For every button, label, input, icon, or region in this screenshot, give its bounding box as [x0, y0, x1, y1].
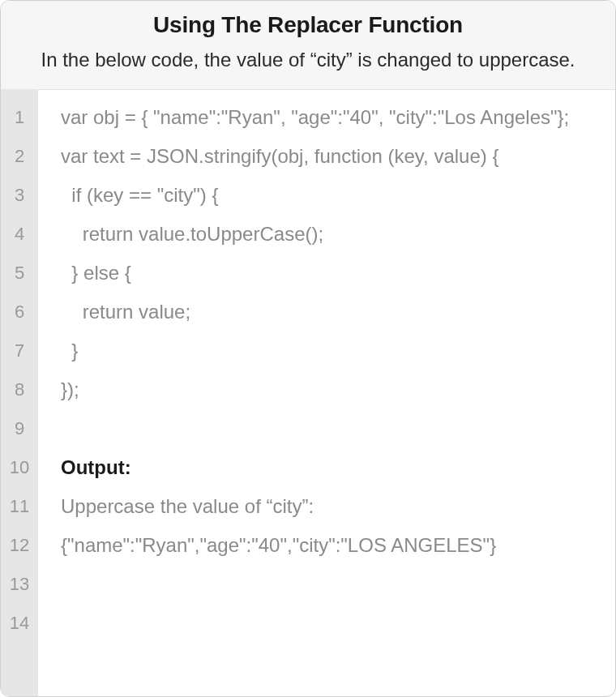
code-line: } else {	[61, 254, 599, 293]
code-line: {"name":"Ryan","age":"40","city":"LOS AN…	[61, 526, 599, 565]
code-line: return value.toUpperCase();	[61, 215, 599, 254]
card-header: Using The Replacer Function In the below…	[1, 1, 615, 90]
line-number-gutter: 1234567891011121314	[1, 90, 38, 696]
line-number: 3	[1, 176, 38, 215]
header-title: Using The Replacer Function	[17, 12, 599, 38]
line-number: 6	[1, 293, 38, 331]
line-number: 14	[1, 604, 38, 643]
code-area: 1234567891011121314 var obj = { "name":"…	[1, 90, 615, 696]
code-line: }	[61, 331, 599, 370]
line-number: 4	[1, 215, 38, 254]
line-number: 9	[1, 409, 38, 448]
code-line	[61, 604, 599, 643]
line-number: 7	[1, 331, 38, 370]
code-line: Uppercase the value of “city”:	[61, 487, 599, 526]
line-number: 8	[1, 370, 38, 409]
code-line: });	[61, 370, 599, 409]
line-number: 1	[1, 98, 38, 137]
line-number: 13	[1, 565, 38, 604]
code-line: var text = JSON.stringify(obj, function …	[61, 137, 599, 176]
code-line: if (key == "city") {	[61, 176, 599, 215]
code-line: return value;	[61, 293, 599, 331]
line-number: 11	[1, 487, 38, 526]
line-number: 10	[1, 448, 38, 487]
line-number: 12	[1, 526, 38, 565]
code-line	[61, 565, 599, 604]
output-label: Output:	[61, 448, 599, 487]
code-content: var obj = { "name":"Ryan", "age":"40", "…	[38, 90, 615, 696]
header-subtitle: In the below code, the value of “city” i…	[17, 45, 599, 75]
code-card: Using The Replacer Function In the below…	[0, 0, 616, 697]
code-line	[61, 409, 599, 448]
line-number: 2	[1, 137, 38, 176]
line-number: 5	[1, 254, 38, 293]
code-line: var obj = { "name":"Ryan", "age":"40", "…	[61, 98, 599, 137]
